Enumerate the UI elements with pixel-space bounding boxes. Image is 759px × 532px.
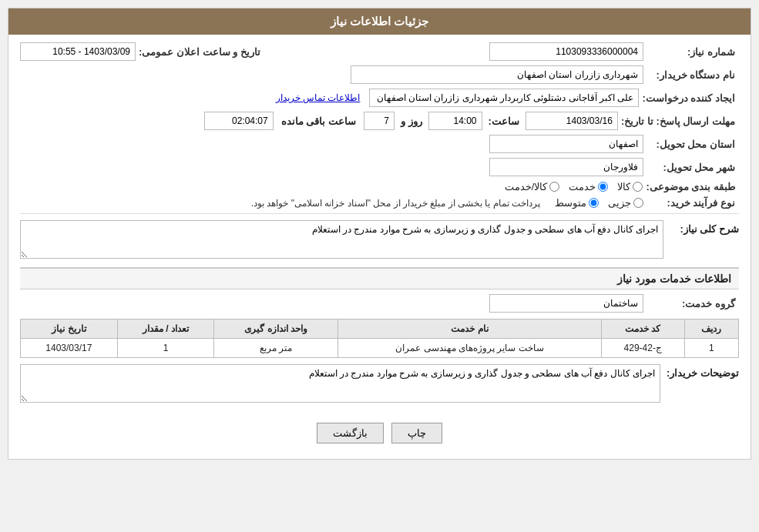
farayand-motavset-option[interactable]: متوسط [555, 197, 599, 209]
row-ostan: استان محل تحویل: [20, 135, 739, 153]
mande-label: ساعت باقی مانده [281, 115, 356, 127]
nam-dastgah-label: نام دستگاه خریدار: [646, 69, 739, 81]
farayand-motavset-radio[interactable] [589, 198, 599, 208]
page-title: جزئیات اطلاعات نیاز [8, 8, 751, 35]
grohe-khadamat-label: گروه خدمت: [646, 298, 739, 309]
tabaqe-kala-option[interactable]: کالا [617, 181, 643, 192]
sharh-koli-row: شرح کلی نیاز: [20, 220, 739, 261]
roz-input[interactable] [364, 112, 395, 130]
cell-vahed: متر مربع [214, 339, 338, 358]
mohlet-label: مهلت ارسال پاسخ: تا تاریخ: [621, 115, 739, 127]
table-header-row: ردیف کد خدمت نام خدمت واحد اندازه گیری ت… [21, 320, 739, 339]
cell-tedad: 1 [117, 339, 214, 358]
cell-kod: ج-42-429 [601, 339, 684, 358]
row-ijad-konande: ایجاد کننده درخواست: اطلاعات تماس خریدار [20, 89, 739, 107]
khadamat-table: ردیف کد خدمت نام خدمت واحد اندازه گیری ت… [20, 319, 739, 358]
table-head: ردیف کد خدمت نام خدمت واحد اندازه گیری ت… [21, 320, 739, 339]
ijad-konande-label: ایجاد کننده درخواست: [642, 92, 739, 104]
info-khadamat-title: اطلاعات خدمات مورد نیاز [20, 267, 739, 289]
noe-farayand-radio-group: جزیی متوسط [555, 197, 643, 209]
bazgasht-button[interactable]: بازگشت [317, 423, 384, 443]
row-mohlet: مهلت ارسال پاسخ: تا تاریخ: ساعت: روز و س… [20, 112, 739, 130]
col-tedad: تعداد / مقدار [117, 320, 214, 339]
footer-buttons: چاپ بازگشت [20, 411, 739, 451]
col-tarikh: تاریخ نیاز [21, 320, 118, 339]
farayand-jozi-radio[interactable] [633, 198, 643, 208]
tabaqe-khadamat-option[interactable]: خدمت [569, 181, 608, 192]
tabaqe-kala-radio[interactable] [633, 182, 643, 192]
page-container: جزئیات اطلاعات نیاز شماره نیاز: تاریخ و … [0, 0, 759, 532]
shahr-input[interactable] [489, 158, 643, 176]
cell-radif: 1 [684, 339, 738, 358]
row-tabaqe: طبقه بندی موضوعی: کالا خدمت کالا/خدمت [20, 181, 739, 192]
shomare-niaz-input[interactable] [489, 42, 643, 61]
col-kod: کد خدمت [601, 320, 684, 339]
row-nam-dastgah: نام دستگاه خریدار: [20, 65, 739, 84]
col-radif: ردیف [684, 320, 738, 339]
grohe-khadamat-input[interactable] [489, 294, 643, 313]
tosihaat-textarea[interactable] [20, 364, 660, 403]
tabaqe-kala-khadamat-radio[interactable] [549, 182, 559, 192]
nam-dastgah-input[interactable] [351, 65, 643, 84]
table-row: 1 ج-42-429 ساخت سایر پروژه‌های مهندسی عم… [21, 339, 739, 358]
main-panel: جزئیات اطلاعات نیاز شماره نیاز: تاریخ و … [8, 8, 751, 460]
content-area: شماره نیاز: تاریخ و ساعت اعلان عمومی: نا… [8, 35, 751, 459]
ijad-konande-input[interactable] [369, 89, 639, 107]
ostan-input[interactable] [489, 135, 643, 153]
row-noe-farayand: نوع فرآیند خرید: جزیی متوسط پرداخت تمام … [20, 197, 739, 209]
farayand-note: پرداخت تمام یا بخشی از مبلغ خریدار از مح… [251, 198, 540, 209]
table-body: 1 ج-42-429 ساخت سایر پروژه‌های مهندسی عم… [21, 339, 739, 358]
row-grohe-khadamat: گروه خدمت: [20, 294, 739, 313]
mohlet-date-input[interactable] [526, 112, 618, 130]
ostan-label: استان محل تحویل: [646, 139, 739, 150]
separator-1 [20, 213, 739, 214]
tabaqe-khadamat-radio[interactable] [598, 182, 608, 192]
noe-farayand-label: نوع فرآیند خرید: [646, 197, 739, 209]
tabaqe-label: طبقه بندی موضوعی: [646, 181, 739, 192]
etelaaat-tamas-link[interactable]: اطلاعات تماس خریدار [276, 92, 361, 103]
chap-button[interactable]: چاپ [391, 423, 442, 443]
farayand-jozi-option[interactable]: جزیی [608, 197, 643, 209]
row-shahr: شهر محل تحویل: [20, 158, 739, 176]
mande-input[interactable] [204, 112, 274, 130]
roz-label: روز و [401, 115, 422, 127]
sharh-koli-textarea[interactable] [20, 220, 663, 259]
saat-label: ساعت: [489, 115, 519, 127]
shomare-niaz-label: شماره نیاز: [646, 46, 739, 58]
row-shomare-tarikh: شماره نیاز: تاریخ و ساعت اعلان عمومی: [20, 42, 739, 61]
shahr-label: شهر محل تحویل: [646, 162, 739, 173]
tosihaat-row: توضیحات خریدار: [20, 364, 739, 405]
khadamat-table-section: ردیف کد خدمت نام خدمت واحد اندازه گیری ت… [20, 319, 739, 358]
col-nam: نام خدمت [338, 320, 601, 339]
tabaqe-radio-group: کالا خدمت کالا/خدمت [505, 181, 643, 192]
col-vahed: واحد اندازه گیری [214, 320, 338, 339]
sharh-koli-label: شرح کلی نیاز: [670, 220, 739, 235]
tabaqe-kala-khadamat-option[interactable]: کالا/خدمت [505, 181, 560, 192]
tosihaat-label: توضیحات خریدار: [667, 364, 739, 379]
tarikh-elan-input[interactable] [20, 42, 136, 61]
cell-nam: ساخت سایر پروژه‌های مهندسی عمران [338, 339, 601, 358]
sharh-koli-content [20, 220, 663, 261]
tarikh-elan-label: تاریخ و ساعت اعلان عمومی: [139, 46, 264, 58]
cell-tarikh: 1403/03/17 [21, 339, 118, 358]
tosihaat-content [20, 364, 660, 405]
saat-input[interactable] [428, 112, 482, 130]
